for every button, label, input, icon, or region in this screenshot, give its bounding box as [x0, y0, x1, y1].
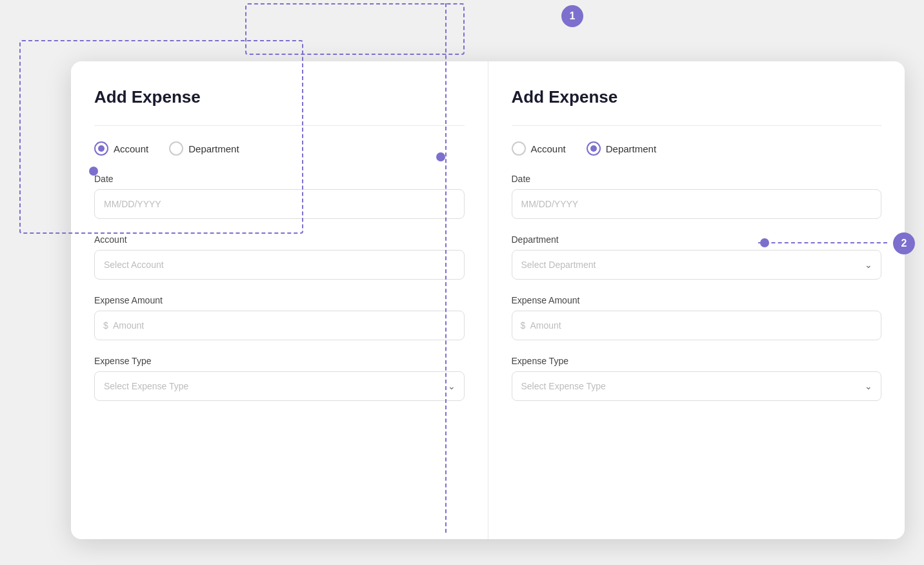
- radio-outer-department-left: [169, 141, 183, 156]
- radio-account-left[interactable]: Account: [94, 141, 148, 156]
- expense-type-field-group-right: Expense Type Select Expense Type ⌄: [512, 356, 882, 401]
- expense-type-select-wrapper-right: Select Expense Type ⌄: [512, 371, 882, 401]
- date-field-group-left: Date: [94, 174, 465, 219]
- amount-wrapper-left: $: [94, 311, 465, 340]
- expense-amount-field-group-left: Expense Amount $: [94, 295, 465, 340]
- dollar-sign-left: $: [103, 320, 108, 331]
- radio-outer-account-left: [94, 141, 108, 156]
- radio-outer-department-right: [587, 141, 601, 156]
- department-label-right: Department: [512, 234, 882, 245]
- panel-right: Add Expense Account Department Date: [488, 61, 905, 539]
- account-label-left: Account: [94, 234, 465, 245]
- radio-department-left[interactable]: Department: [169, 141, 239, 156]
- annotation-circle-1: 1: [561, 5, 583, 27]
- scene: 1 2 Add Expense Account Depart: [0, 0, 924, 565]
- expense-type-select-wrapper-left: Select Expense Type ⌄: [94, 371, 465, 401]
- radio-group-right: Account Department: [512, 141, 882, 156]
- radio-outer-account-right: [512, 141, 526, 156]
- expense-type-label-left: Expense Type: [94, 356, 465, 366]
- panel-left: Add Expense Account Department Date: [71, 61, 488, 539]
- date-input-left[interactable]: [94, 189, 465, 219]
- date-label-left: Date: [94, 174, 465, 184]
- radio-inner-department-right: [590, 145, 597, 152]
- amount-input-left[interactable]: [94, 311, 465, 340]
- expense-amount-field-group-right: Expense Amount $: [512, 295, 882, 340]
- department-field-group-right: Department Select Department ⌄: [512, 234, 882, 280]
- account-field-group-left: Account: [94, 234, 465, 280]
- expense-amount-label-right: Expense Amount: [512, 295, 882, 305]
- account-input-left[interactable]: [94, 250, 465, 280]
- expense-amount-label-left: Expense Amount: [94, 295, 465, 305]
- dashed-annotation-box-top: [245, 3, 465, 55]
- annotation-circle-2: 2: [893, 232, 915, 254]
- date-input-right[interactable]: [512, 189, 882, 219]
- radio-label-account-right: Account: [531, 143, 566, 154]
- radio-label-department-right: Department: [606, 143, 656, 154]
- radio-inner-account-left: [98, 145, 105, 152]
- radio-department-right[interactable]: Department: [587, 141, 656, 156]
- panel-right-title: Add Expense: [512, 87, 882, 107]
- radio-label-department-left: Department: [188, 143, 239, 154]
- department-select-right[interactable]: Select Department: [512, 250, 882, 280]
- card-container: Add Expense Account Department Date: [71, 61, 905, 539]
- amount-input-right[interactable]: [512, 311, 882, 340]
- annotation-dot-center: [436, 152, 445, 161]
- amount-wrapper-right: $: [512, 311, 882, 340]
- panel-left-title: Add Expense: [94, 87, 465, 107]
- panel-left-divider: [94, 125, 465, 126]
- expense-type-label-right: Expense Type: [512, 356, 882, 366]
- department-select-wrapper-right: Select Department ⌄: [512, 250, 882, 280]
- expense-type-select-right[interactable]: Select Expense Type: [512, 371, 882, 401]
- expense-type-field-group-left: Expense Type Select Expense Type ⌄: [94, 356, 465, 401]
- expense-type-select-left[interactable]: Select Expense Type: [94, 371, 465, 401]
- annotation-dot-right: [760, 238, 769, 247]
- date-field-group-right: Date: [512, 174, 882, 219]
- annotation-dot-left: [89, 167, 98, 176]
- radio-label-account-left: Account: [114, 143, 148, 154]
- date-label-right: Date: [512, 174, 882, 184]
- panel-right-divider: [512, 125, 882, 126]
- radio-group-left: Account Department: [94, 141, 465, 156]
- dollar-sign-right: $: [521, 320, 526, 331]
- radio-account-right[interactable]: Account: [512, 141, 566, 156]
